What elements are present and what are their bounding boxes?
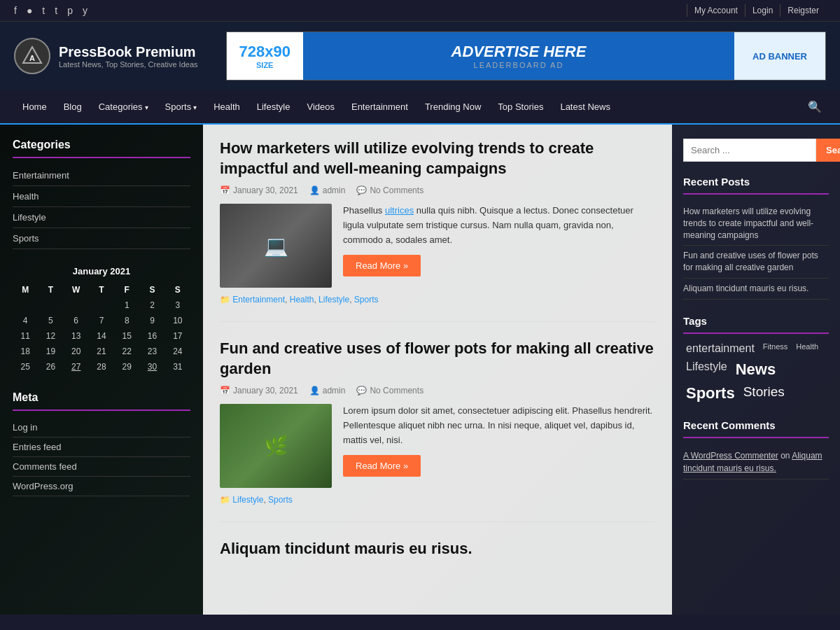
tag-news[interactable]: News (733, 359, 778, 380)
header-banner[interactable]: 728x90 SIZE ADVERTISE HERE LEADERBOARD A… (226, 31, 826, 80)
cal-day-30-link[interactable]: 30 (148, 362, 157, 372)
meta-comments-link[interactable]: Comments feed (13, 457, 190, 477)
nav-entertainment[interactable]: Entertainment (343, 92, 416, 122)
search-input[interactable] (683, 139, 816, 162)
banner-main-text: ADVERTISE HERE (451, 43, 587, 61)
meta-wordpress-link[interactable]: WordPress.org (13, 477, 190, 496)
nav-categories[interactable]: Categories▾ (90, 92, 157, 122)
instagram-icon[interactable]: ● (27, 5, 32, 16)
cal-header-w: W (64, 282, 89, 298)
tag-entertainment[interactable]: entertainment (683, 341, 757, 356)
tag-fitness[interactable]: Fitness (760, 341, 790, 356)
article-1-body: 💻 Phasellus ultrices nulla quis nibh. Qu… (220, 204, 655, 288)
banner-right-text: AD BANNER (752, 51, 807, 62)
article-2-body: 🌿 Lorem ipsum dolor sit amet, consectetu… (220, 404, 655, 488)
cal-row: 11121314 151617 (13, 328, 190, 344)
sidebar-item-entertainment[interactable]: Entertainment (13, 165, 190, 186)
calendar-icon: 📅 (220, 186, 230, 195)
meta-entries-link[interactable]: Entries feed (13, 438, 190, 457)
tumblr-icon[interactable]: t (55, 5, 57, 16)
login-link[interactable]: Login (745, 4, 780, 17)
commenter-link[interactable]: A WordPress Commenter (683, 451, 778, 461)
nav-lifestyle[interactable]: Lifestyle (248, 92, 299, 122)
article-2-read-more[interactable]: Read More » (343, 455, 421, 477)
article-3: Aliquam tincidunt mauris eu risus. (220, 539, 655, 583)
recent-comments-section: Recent Comments A WordPress Commenter on… (683, 419, 829, 479)
article-1-link[interactable]: ultrices (385, 205, 414, 216)
article-2-text-area: Lorem ipsum dolor sit amet, consectetuer… (343, 404, 655, 488)
recent-posts-title: Recent Posts (683, 176, 829, 195)
user-icon: 👤 (309, 386, 320, 396)
tag-sports[interactable]: Sports (683, 383, 738, 404)
site-tagline: Latest News, Top Stories, Creative Ideas (59, 60, 198, 69)
youtube-icon[interactable]: y (83, 5, 88, 16)
nav-health[interactable]: Health (205, 92, 248, 122)
article-2-excerpt: Lorem ipsum dolor sit amet, consectetuer… (343, 404, 655, 447)
article-1-read-more[interactable]: Read More » (343, 255, 421, 276)
nav-blog[interactable]: Blog (55, 92, 90, 122)
nav-top-stories[interactable]: Top Stories (489, 92, 552, 122)
main-nav: Home Blog Categories▾ Sports▾ Health Lif… (0, 90, 840, 125)
nav-latest-news[interactable]: Latest News (552, 92, 619, 122)
cal-row: 123 (13, 298, 190, 313)
comment-on-text: on (780, 451, 790, 461)
recent-post-2[interactable]: Fun and creative uses of flower pots for… (683, 246, 829, 279)
article-2-tags: 📁 Lifestyle, Sports (220, 495, 655, 505)
right-sidebar: Search Recent Posts How marketers will u… (672, 125, 840, 615)
article-2-title: Fun and creative uses of flower pots for… (220, 339, 655, 379)
tag-lifestyle[interactable]: Lifestyle (683, 359, 730, 380)
register-link[interactable]: Reigster (780, 4, 826, 17)
banner-sub-text: LEADERBOARD AD (474, 61, 564, 69)
banner-size-label: SIZE (256, 61, 273, 69)
sidebar-item-health[interactable]: Health (13, 186, 190, 207)
categories-title: Categories (13, 139, 190, 158)
cal-header-t: T (38, 282, 63, 298)
my-account-link[interactable]: My Account (687, 4, 745, 17)
calendar-table: M T W T F S S 123 4567 (13, 282, 190, 374)
comment-icon: 💬 (356, 386, 367, 396)
cal-row: 4567 8910 (13, 313, 190, 328)
left-sidebar: Categories Entertainment Health Lifestyl… (0, 125, 203, 615)
article-2-date: 📅 January 30, 2021 (220, 386, 298, 396)
nav-sports[interactable]: Sports▾ (157, 92, 206, 122)
cal-header-t2: T (89, 282, 114, 298)
nav-home[interactable]: Home (14, 92, 55, 122)
recent-post-3[interactable]: Aliquam tincidunt mauris eu risus. (683, 279, 829, 300)
chevron-down-icon: ▾ (145, 104, 148, 111)
logo-icon: A (14, 38, 50, 74)
article-2-image: 🌿 (220, 404, 332, 488)
tag-stories[interactable]: Stories (741, 383, 788, 404)
user-icon: 👤 (309, 186, 320, 195)
recent-post-1[interactable]: How marketers will utilize evolving tren… (683, 202, 829, 246)
facebook-icon[interactable]: f (14, 5, 17, 16)
sidebar-item-sports[interactable]: Sports (13, 228, 190, 249)
article-2-author: 👤 admin (309, 386, 346, 396)
site-header: A PressBook Premium Latest News, Top Sto… (0, 22, 840, 90)
pinterest-icon[interactable]: p (67, 5, 73, 16)
svg-text:A: A (29, 54, 35, 62)
meta-login-link[interactable]: Log in (13, 418, 190, 438)
meta-section: Meta Log in Entries feed Comments feed W… (13, 391, 190, 496)
twitter-icon[interactable]: t (42, 5, 45, 16)
article-2: Fun and creative uses of flower pots for… (220, 339, 655, 522)
banner-right[interactable]: AD BANNER (734, 32, 825, 80)
sidebar-item-lifestyle[interactable]: Lifestyle (13, 207, 190, 228)
nav-trending[interactable]: Trending Now (416, 92, 489, 122)
top-bar: f ● t t p y My Account Login Reigster (0, 0, 840, 22)
article-3-title: Aliquam tincidunt mauris eu risus. (220, 539, 655, 559)
search-icon[interactable]: 🔍 (804, 90, 826, 123)
meta-title: Meta (13, 391, 190, 411)
article-1-date: 📅 January 30, 2021 (220, 186, 298, 195)
calendar-icon: 📅 (220, 386, 230, 396)
main-content: How marketers will utilize evolving tren… (203, 125, 672, 615)
search-button[interactable]: Search (816, 139, 840, 162)
cal-header-f: F (114, 282, 139, 298)
article-1-title: How marketers will utilize evolving tren… (220, 139, 655, 178)
nav-videos[interactable]: Videos (298, 92, 343, 122)
banner-main[interactable]: ADVERTISE HERE LEADERBOARD AD (303, 32, 734, 80)
calendar-section: January 2021 M T W T F S S (13, 266, 190, 374)
cal-row: 18192021 222324 (13, 344, 190, 359)
chevron-down-icon: ▾ (193, 104, 197, 111)
cal-day-27-link[interactable]: 27 (71, 362, 80, 372)
tag-health[interactable]: Health (793, 341, 821, 356)
